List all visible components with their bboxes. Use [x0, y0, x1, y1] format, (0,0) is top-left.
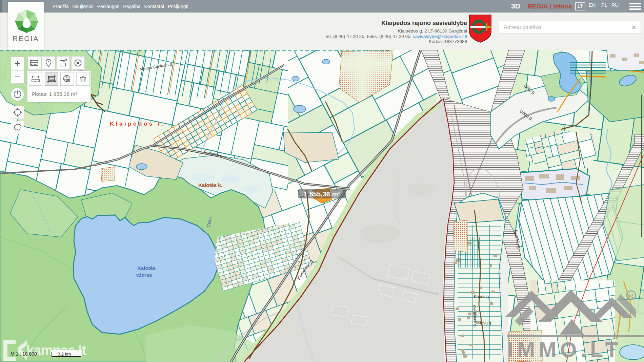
svg-text:Kalotės k.: Kalotės k.: [198, 182, 222, 188]
svg-text:M 1 : 10 000: M 1 : 10 000: [11, 351, 37, 357]
svg-text:REGIA: REGIA: [13, 35, 39, 42]
svg-text:Kripės g.: Kripės g.: [474, 294, 490, 299]
svg-text:0.2 km: 0.2 km: [58, 352, 71, 357]
svg-text:ežeras: ežeras: [136, 272, 152, 278]
svg-text:R: R: [629, 293, 633, 299]
svg-text:1 855,36 m²: 1 855,36 m²: [304, 190, 340, 198]
svg-text:IMMO.LT: IMMO.LT: [507, 338, 622, 361]
svg-text:Klaipėdos r.: Klaipėdos r.: [110, 121, 165, 127]
svg-text:Ievų g.: Ievų g.: [480, 321, 492, 325]
svg-text:Kalotės: Kalotės: [137, 265, 156, 271]
